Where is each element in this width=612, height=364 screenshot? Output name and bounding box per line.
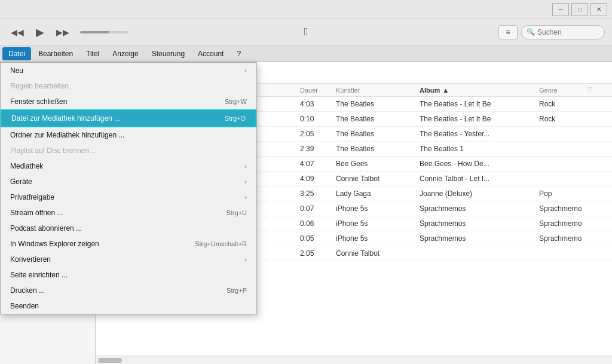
- dropdown-label: Neu: [10, 66, 23, 75]
- cell-genre: Sprachmemo: [539, 234, 587, 243]
- cell-fav: [587, 100, 605, 108]
- dropdown-label: Ordner zur Mediathek hinzufügen ...: [10, 131, 124, 139]
- dropdown-item-mediathek[interactable]: Mediathek ›: [1, 158, 256, 174]
- cell-album: Connie Talbot - Let I...: [420, 175, 539, 183]
- play-button[interactable]: ▶: [32, 23, 48, 41]
- cell-genre: [539, 160, 587, 168]
- dropdown-shortcut: Strg+U: [226, 209, 247, 216]
- col-album[interactable]: Album ▲: [420, 86, 539, 94]
- cell-genre: [539, 145, 587, 153]
- dropdown-label: Drucken ...: [10, 286, 45, 295]
- cell-genre: [539, 175, 587, 183]
- toolbar: ◀◀ ▶ ▶▶  ≡ 🔍: [0, 19, 612, 45]
- menu-item-account[interactable]: Account: [192, 47, 230, 60]
- cell-album: Sprachmemos: [420, 204, 539, 213]
- dropdown-label: Konvertieren: [10, 255, 51, 264]
- volume-slider[interactable]: [80, 31, 128, 33]
- cell-fav: [587, 175, 605, 183]
- menu-item-steuerung[interactable]: Steuerung: [146, 47, 191, 60]
- cell-dauer: 2:05: [300, 130, 336, 138]
- search-icon: 🔍: [527, 28, 535, 36]
- dropdown-label: Regeln bearbeiten: [10, 82, 69, 90]
- col-genre: Genre: [539, 86, 587, 94]
- menu-item-help[interactable]: ?: [231, 47, 247, 60]
- cell-album: Sprachmemos: [420, 219, 539, 228]
- dropdown-item-stream[interactable]: Stream öffnen ... Strg+U: [1, 205, 256, 221]
- dropdown-item-beenden[interactable]: Beenden: [1, 298, 256, 314]
- cell-album: Joanne (Deluxe): [420, 189, 539, 198]
- cell-dauer: 0:05: [300, 234, 336, 243]
- cell-fav: [587, 219, 605, 228]
- cell-dauer: 4:03: [300, 100, 336, 108]
- search-box[interactable]: 🔍: [521, 25, 605, 39]
- dropdown-label: Datei zur Mediathek hinzufügen ...: [11, 114, 120, 123]
- dropdown-item-drucken[interactable]: Drucken ... Strg+P: [1, 283, 256, 298]
- cell-kuenstler: Bee Gees: [336, 160, 420, 168]
- rewind-button[interactable]: ◀◀: [7, 25, 27, 39]
- cell-fav: [587, 249, 605, 258]
- cell-kuenstler: Lady Gaga: [336, 189, 420, 198]
- cell-genre: [539, 130, 587, 138]
- cell-album: The Beatles - Yester...: [420, 130, 539, 138]
- dropdown-label: Playlist auf Disc brennen ...: [10, 146, 97, 155]
- dropdown-item-seite[interactable]: Seite einrichten ...: [1, 267, 256, 283]
- close-button[interactable]: ✕: [590, 3, 607, 16]
- cell-kuenstler: The Beatles: [336, 130, 420, 138]
- cell-album: The Beatles - Let It Be: [420, 115, 539, 123]
- dropdown-item-privatfreigabe[interactable]: Privatfreigabe ›: [1, 189, 256, 205]
- dropdown-item-mediathek-add[interactable]: Datei zur Mediathek hinzufügen ... Strg+…: [1, 109, 256, 127]
- dropdown-shortcut: Strg+O: [225, 115, 246, 122]
- cell-fav: [587, 130, 605, 138]
- dropdown-label: In Windows Explorer zeigen: [10, 240, 99, 248]
- dropdown-label: Privatfreigabe: [10, 193, 54, 201]
- cell-genre: Sprachmemo: [539, 204, 587, 213]
- cell-album: The Beatles - Let It Be: [420, 100, 539, 108]
- dropdown-shortcut: ›: [244, 256, 247, 263]
- dropdown-shortcut: Strg+P: [227, 287, 247, 294]
- maximize-button[interactable]: □: [571, 3, 588, 16]
- cell-kuenstler: iPhone 5s: [336, 219, 420, 228]
- forward-button[interactable]: ▶▶: [53, 25, 73, 39]
- dropdown-item-windows-explorer[interactable]: In Windows Explorer zeigen Strg+Umschalt…: [1, 236, 256, 252]
- menu-item-datei[interactable]: Datei: [2, 47, 31, 60]
- title-bar: ─ □ ✕: [0, 0, 612, 19]
- cell-album: [420, 249, 539, 258]
- dropdown-item-regeln: Regeln bearbeiten: [1, 78, 256, 94]
- dropdown-item-podcast[interactable]: Podcast abonnieren ...: [1, 221, 256, 236]
- horizontal-scrollbar[interactable]: [96, 356, 612, 364]
- cell-dauer: 0:07: [300, 204, 336, 213]
- menu-item-anzeige[interactable]: Anzeige: [106, 47, 144, 60]
- cell-kuenstler: Connie Talbot: [336, 175, 420, 183]
- cell-album: Bee Gees - How De...: [420, 160, 539, 168]
- cell-genre: [539, 249, 587, 258]
- minimize-button[interactable]: ─: [552, 3, 569, 16]
- cell-kuenstler: The Beatles: [336, 145, 420, 153]
- dropdown-item-neu[interactable]: Neu ›: [1, 63, 256, 78]
- menu-item-titel[interactable]: Titel: [80, 47, 105, 60]
- cell-fav: [587, 234, 605, 243]
- dropdown-item-playlist-disc: Playlist auf Disc brennen ...: [1, 143, 256, 158]
- cell-fav: [587, 115, 605, 123]
- cell-album: The Beatles 1: [420, 145, 539, 153]
- cell-kuenstler: Connie Talbot: [336, 249, 420, 258]
- cell-fav: [587, 189, 605, 198]
- dropdown-label: Fenster schließen: [10, 97, 67, 106]
- dropdown-item-konvertieren[interactable]: Konvertieren ›: [1, 252, 256, 267]
- cell-dauer: 4:09: [300, 175, 336, 183]
- menu-item-bearbeiten[interactable]: Bearbeiten: [32, 47, 79, 60]
- col-dauer: Dauer: [300, 86, 336, 94]
- cell-dauer: 0:10: [300, 115, 336, 123]
- scrollbar-thumb[interactable]: [98, 358, 122, 363]
- cell-album: Sprachmemos: [420, 234, 539, 243]
- dropdown-item-fenster[interactable]: Fenster schließen Strg+W: [1, 94, 256, 109]
- dropdown-shortcut: Strg+Umschalt+R: [195, 240, 247, 247]
- dropdown-shortcut: ›: [244, 67, 247, 74]
- cell-dauer: 2:39: [300, 145, 336, 153]
- cell-fav: [587, 204, 605, 213]
- search-input[interactable]: [537, 28, 597, 36]
- dropdown-item-ordner-add[interactable]: Ordner zur Mediathek hinzufügen ...: [1, 127, 256, 143]
- dropdown-shortcut: ›: [244, 163, 247, 170]
- dropdown-item-geraete[interactable]: Geräte ›: [1, 174, 256, 189]
- menu-icon-button[interactable]: ≡: [498, 25, 518, 39]
- cell-dauer: 2:05: [300, 249, 336, 258]
